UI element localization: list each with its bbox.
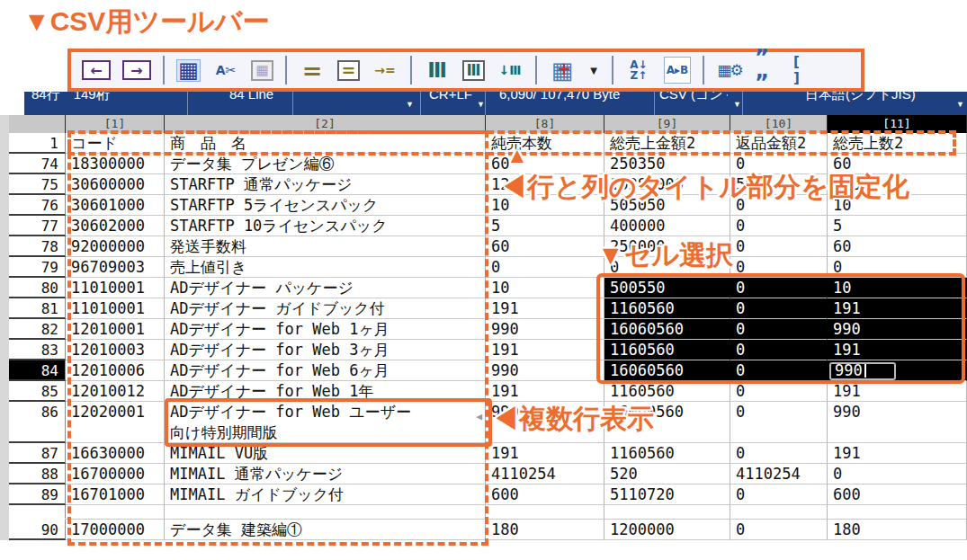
row-number[interactable]: 89 — [9, 484, 66, 505]
move-right-cell-icon[interactable]: → — [122, 60, 151, 80]
cell[interactable]: 0 — [730, 278, 828, 298]
cell[interactable]: 総売上金額2 — [604, 133, 730, 154]
grid-corner[interactable] — [9, 115, 66, 133]
split-join-columns-icon[interactable]: A▸B — [664, 57, 691, 84]
cell[interactable]: 600 — [828, 484, 967, 505]
column-header-11[interactable]: [11] — [828, 115, 967, 133]
insert-rows-icon[interactable]: →= — [372, 57, 398, 84]
row-number[interactable]: 86 — [9, 402, 66, 443]
cell[interactable]: 191 — [486, 340, 604, 360]
column-header-10[interactable]: [10] — [730, 115, 828, 133]
cell[interactable]: 0 — [486, 257, 604, 278]
cell[interactable]: 1160560 — [604, 443, 730, 464]
csv-options-icon[interactable]: ▦⚙ — [716, 57, 743, 84]
cell[interactable]: 92000000 — [66, 236, 165, 257]
cell[interactable]: 0 — [730, 319, 828, 340]
cell[interactable] — [730, 505, 828, 520]
cell[interactable]: 返品金額2 — [730, 133, 828, 154]
cell[interactable]: 0 — [730, 402, 828, 443]
cell[interactable]: 96709003 — [66, 257, 165, 278]
paste-columns-icon[interactable]: Ⅲ — [462, 60, 485, 81]
row-number[interactable]: 87 — [9, 443, 66, 464]
cell[interactable]: 5110720 — [604, 484, 730, 505]
cell[interactable]: 17000000 — [66, 520, 165, 540]
cell[interactable]: 0 — [730, 216, 828, 236]
cell[interactable]: 500550 — [604, 278, 730, 298]
cell[interactable]: 4110254 — [486, 464, 604, 484]
quote-fields-icon[interactable]: ” ” — [755, 57, 782, 84]
cell[interactable] — [165, 505, 486, 520]
cell[interactable]: 12010001 — [66, 319, 165, 340]
cell[interactable]: STARFTP 5ライセンスパック — [165, 195, 486, 216]
cell[interactable]: 520 — [604, 464, 730, 484]
cell[interactable]: 1160560 — [604, 381, 730, 402]
cut-cells-icon[interactable]: A✂ — [212, 57, 239, 84]
cell[interactable] — [604, 505, 730, 520]
cell[interactable]: 60 — [486, 236, 604, 257]
cell[interactable]: 0 — [828, 464, 967, 484]
cell[interactable]: 10 — [828, 278, 967, 298]
row-number[interactable]: 1 — [9, 133, 66, 154]
row-number[interactable]: 79 — [9, 257, 66, 278]
cell[interactable]: 191 — [486, 381, 604, 402]
cell[interactable]: 990 — [828, 360, 967, 381]
row-number[interactable]: 76 — [9, 195, 66, 216]
cell[interactable]: MIMAIL ガイドブック付 — [165, 484, 486, 505]
cell[interactable]: データ集 プレゼン編⑥ — [165, 154, 486, 174]
delimiter-settings-icon[interactable]: ▦ — [549, 57, 576, 84]
cell[interactable]: 10 — [486, 278, 604, 298]
column-header-8[interactable]: [8] — [486, 115, 604, 133]
cell[interactable]: 990 — [828, 402, 967, 443]
cell[interactable]: 5 — [828, 216, 967, 236]
delimiter-dropdown-icon[interactable]: ▼ — [587, 57, 600, 84]
cell[interactable]: 16060560 — [604, 319, 730, 340]
cell[interactable]: MIMAIL VU版 — [165, 443, 486, 464]
cell[interactable]: 60 — [828, 236, 967, 257]
cell[interactable]: 総売上数2 — [828, 133, 967, 154]
cell[interactable]: 180 — [486, 520, 604, 540]
row-number[interactable]: 85 — [9, 381, 66, 402]
paste-cells-icon[interactable]: ▦ — [251, 60, 273, 81]
cell[interactable]: 191 — [486, 443, 604, 464]
cell[interactable]: ADデザイナー for Web 1ヶ月 — [165, 319, 486, 340]
row-number[interactable]: 80 — [9, 278, 66, 298]
row-number[interactable]: 81 — [9, 298, 66, 319]
column-header-9[interactable]: [9] — [604, 115, 730, 133]
cell[interactable]: 0 — [730, 298, 828, 319]
cell[interactable]: 0 — [730, 381, 828, 402]
cell[interactable]: 0 — [730, 257, 828, 278]
cell[interactable]: ADデザイナー for Web 3ヶ月 — [165, 340, 486, 360]
select-range-icon[interactable]: [ ] — [793, 57, 820, 84]
sort-icon[interactable]: A↓ Z↑ — [625, 57, 652, 84]
cell[interactable]: ADデザイナー パッケージ — [165, 278, 486, 298]
statusbar-dropdown-icon[interactable]: ▼ — [406, 100, 414, 109]
cell[interactable]: ADデザイナー for Web ユーザー◀向け特別期間版 — [165, 402, 486, 443]
row-number[interactable]: 83 — [9, 340, 66, 360]
move-left-cell-icon[interactable]: ← — [82, 60, 111, 80]
cell[interactable]: 12010006 — [66, 360, 165, 381]
select-rows-icon[interactable]: = — [299, 57, 326, 84]
cell[interactable]: 4110254 — [730, 464, 828, 484]
cell[interactable]: データ集 建築編① — [165, 520, 486, 540]
cell[interactable]: 1160560 — [604, 298, 730, 319]
cell[interactable]: 0 — [730, 443, 828, 464]
row-number[interactable] — [9, 505, 66, 520]
row-number[interactable]: 77 — [9, 216, 66, 236]
cell[interactable]: 990 — [828, 319, 967, 340]
cell[interactable]: 180 — [828, 520, 967, 540]
cell[interactable]: ADデザイナー for Web 6ヶ月 — [165, 360, 486, 381]
cell[interactable]: 191 — [828, 298, 967, 319]
cell[interactable]: 400000 — [604, 216, 730, 236]
cell[interactable]: 11010001 — [66, 278, 165, 298]
cell[interactable]: 12010003 — [66, 340, 165, 360]
cell[interactable]: STARFTP 通常パッケージ — [165, 174, 486, 195]
cell[interactable]: 0 — [730, 340, 828, 360]
row-number[interactable]: 88 — [9, 464, 66, 484]
cell[interactable]: 191 — [828, 381, 967, 402]
statusbar-dropdown-icon[interactable]: ▼ — [477, 100, 485, 109]
cell[interactable]: 191 — [828, 340, 967, 360]
cell[interactable]: 191 — [828, 443, 967, 464]
statusbar-dropdown-icon[interactable]: ▼ — [956, 100, 964, 109]
cell[interactable]: 11010001 — [66, 298, 165, 319]
cell[interactable]: 発送手数料 — [165, 236, 486, 257]
